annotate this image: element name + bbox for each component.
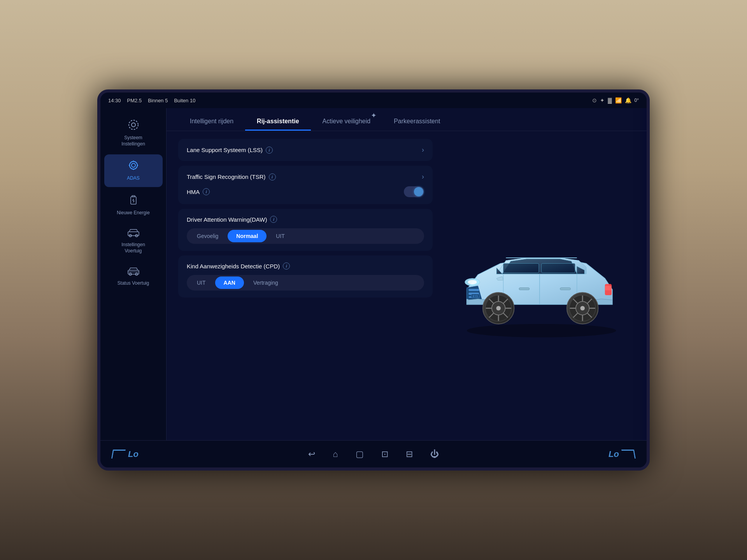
svg-point-47	[580, 306, 585, 310]
status-icon	[127, 267, 140, 278]
mute-icon: 🔔	[625, 97, 631, 103]
cast-button[interactable]: ⊡	[381, 449, 388, 459]
center-bluetooth-icon: ✦	[371, 111, 377, 120]
svg-point-1	[129, 120, 138, 130]
tab-parkeerassistent[interactable]: Parkeerassistent	[382, 114, 452, 131]
air-quality: PM2.5	[127, 98, 142, 103]
svg-rect-19	[542, 263, 575, 273]
sidebar-item-status[interactable]: Status Voertuig	[104, 262, 163, 292]
tsr-row: Traffic Sign Recognition (TSR) i ›	[187, 173, 424, 181]
settings-content: Lane Support Systeem (LSS) i › Traffic S…	[167, 131, 647, 440]
signal-icon: 📶	[615, 97, 622, 103]
svg-point-3	[132, 163, 135, 167]
svg-rect-18	[503, 263, 539, 273]
lss-label: Lane Support Systeem (LSS) i	[187, 147, 273, 154]
cpd-option-vertraging[interactable]: Vertraging	[245, 276, 287, 289]
svg-rect-23	[468, 289, 479, 291]
tab-rij-assistentie[interactable]: Rij-assistentie	[245, 114, 310, 131]
tabs-nav: Intelligent rijden Rij-assistentie Actie…	[167, 108, 647, 131]
recent-apps-button[interactable]: ▢	[356, 449, 364, 459]
outdoor-air: Buiten 10	[174, 98, 195, 103]
bottom-nav-icons: ↩ ⌂ ▢ ⊡ ⊟ ⏻	[308, 449, 438, 459]
car-image: BYD	[444, 224, 631, 348]
temperature-display: 0°	[635, 98, 639, 103]
lss-info-icon[interactable]: i	[266, 147, 273, 154]
status-bar: 14:30 PM2.5 Binnen 5 Buiten 10 ⊙ ✦ ▓ 📶 🔔…	[100, 93, 647, 108]
voertuig-inst-icon	[127, 229, 140, 240]
adas-label: ADAS	[127, 175, 140, 182]
dashboard-background: 14:30 PM2.5 Binnen 5 Buiten 10 ⊙ ✦ ▓ 📶 🔔…	[0, 0, 747, 560]
systeem-icon	[128, 119, 139, 133]
bottom-nav: Lo ↩ ⌂ ▢ ⊡ ⊟ ⏻ Lo	[100, 440, 647, 467]
hma-toggle[interactable]	[404, 186, 424, 197]
battery-icon: ▓	[608, 97, 612, 103]
sidebar-item-voertuig-inst[interactable]: InstellingenVoertuig	[104, 223, 163, 259]
back-button[interactable]: ↩	[308, 449, 315, 459]
tsr-chevron[interactable]: ›	[422, 173, 424, 181]
home-button[interactable]: ⌂	[333, 449, 338, 459]
wifi-icon: ⊙	[592, 97, 597, 103]
cpd-label: Kind Aanwezigheids Detectie (CPD) i	[187, 262, 290, 270]
content-area: Intelligent rijden Rij-assistentie Actie…	[167, 108, 647, 440]
cpd-info-icon[interactable]: i	[283, 262, 290, 270]
indoor-air: Binnen 5	[148, 98, 168, 103]
status-label: Status Voertuig	[117, 280, 149, 287]
daw-info-icon[interactable]: i	[270, 216, 277, 223]
cpd-card: Kind Aanwezigheids Detectie (CPD) i UIT …	[178, 256, 433, 298]
svg-point-27	[468, 280, 477, 284]
main-content: SysteemInstellingen ADAS	[100, 108, 647, 440]
tsr-card: Traffic Sign Recognition (TSR) i › HMA i	[178, 166, 433, 204]
systeem-label: SysteemInstellingen	[121, 135, 145, 147]
svg-rect-57	[560, 287, 571, 290]
screen-container: 14:30 PM2.5 Binnen 5 Buiten 10 ⊙ ✦ ▓ 📶 🔔…	[97, 89, 650, 471]
voertuig-inst-label: InstellingenVoertuig	[121, 242, 145, 254]
cpd-label-row: Kind Aanwezigheids Detectie (CPD) i	[187, 262, 424, 270]
tab-intelligent[interactable]: Intelligent rijden	[178, 114, 245, 131]
daw-options: Gevoelig Normaal UIT	[187, 228, 424, 244]
time-display: 14:30	[108, 98, 121, 103]
split-screen-button[interactable]: ⊟	[406, 449, 413, 459]
hma-label: HMA i	[187, 188, 210, 195]
tsr-info-icon[interactable]: i	[269, 173, 276, 180]
hma-toggle-knob	[414, 187, 423, 196]
energie-icon	[128, 194, 139, 208]
sidebar-item-adas[interactable]: ADAS	[104, 154, 163, 187]
cpd-options: UIT AAN Vertraging	[187, 275, 424, 290]
settings-list: Lane Support Systeem (LSS) i › Traffic S…	[178, 139, 433, 432]
svg-text:BYD: BYD	[473, 294, 478, 297]
svg-point-35	[496, 306, 501, 310]
daw-option-normaal[interactable]: Normaal	[228, 230, 267, 242]
svg-point-2	[130, 161, 137, 169]
logo-right: Lo	[608, 449, 635, 459]
power-button[interactable]: ⏻	[430, 449, 439, 459]
hma-row: HMA i	[187, 186, 424, 197]
sidebar-item-systeem[interactable]: SysteemInstellingen	[104, 114, 163, 152]
tsr-label: Traffic Sign Recognition (TSR) i	[187, 173, 276, 180]
lss-chevron[interactable]: ›	[422, 146, 424, 154]
svg-point-0	[132, 123, 135, 127]
svg-rect-56	[519, 287, 530, 290]
status-left: 14:30 PM2.5 Binnen 5 Buiten 10	[108, 98, 195, 103]
lss-row: Lane Support Systeem (LSS) i ›	[187, 146, 424, 154]
car-display: BYD	[440, 139, 635, 432]
cpd-option-aan[interactable]: AAN	[215, 276, 244, 289]
status-right: ⊙ ✦ ▓ 📶 🔔 0°	[592, 97, 639, 103]
lss-card: Lane Support Systeem (LSS) i ›	[178, 139, 433, 161]
logo-left: Lo	[112, 449, 139, 459]
daw-card: Driver Attention Warning(DAW) i Gevoelig…	[178, 209, 433, 251]
svg-point-17	[467, 324, 616, 337]
daw-option-gevoelig[interactable]: Gevoelig	[188, 230, 227, 242]
bluetooth-icon: ✦	[600, 97, 605, 103]
sidebar: SysteemInstellingen ADAS	[100, 108, 167, 440]
hma-info-icon[interactable]: i	[203, 188, 210, 195]
daw-label-row: Driver Attention Warning(DAW) i	[187, 216, 424, 223]
daw-option-uit[interactable]: UIT	[267, 230, 293, 242]
daw-label: Driver Attention Warning(DAW) i	[187, 216, 277, 223]
cpd-option-uit[interactable]: UIT	[188, 276, 214, 289]
sidebar-item-energie[interactable]: Nieuwe Energie	[104, 189, 163, 222]
adas-icon	[128, 160, 139, 173]
energie-label: Nieuwe Energie	[117, 210, 150, 216]
svg-rect-29	[605, 286, 612, 290]
